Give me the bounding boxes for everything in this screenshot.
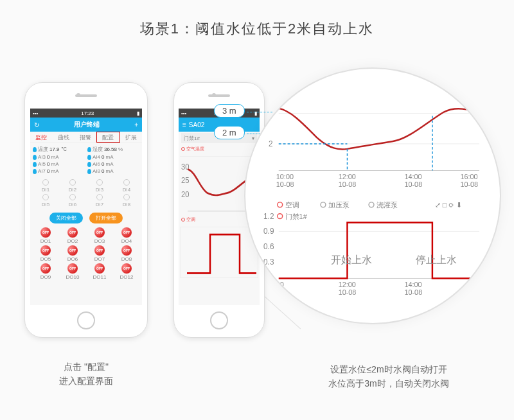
status-bar: ••• 17:23 ▮ — [30, 109, 142, 118]
sensor-name: AI3 — [38, 154, 46, 160]
zoom-callout: 3 2 10:0010-08 12:0010-08 14:0010-08 16:… — [244, 67, 501, 324]
svg-text:0.3: 0.3 — [263, 258, 274, 267]
droplet-icon — [87, 147, 91, 152]
threshold-tag-2m: 2 m — [214, 126, 245, 139]
svg-text:25: 25 — [181, 177, 189, 184]
appbar-title: 用户终端 — [74, 120, 100, 129]
home-button[interactable] — [77, 311, 95, 329]
droplet-icon — [87, 162, 91, 167]
app-bar: ↻ 用户终端 + — [30, 118, 142, 132]
home-button[interactable] — [210, 311, 228, 329]
tab-alarm[interactable]: 报警 — [75, 132, 96, 143]
sensor-unit: % — [118, 146, 123, 152]
zoom-charts: 3 2 10:0010-08 12:0010-08 14:0010-08 16:… — [260, 88, 486, 304]
do-switch[interactable]: OFFDO6 — [60, 245, 85, 262]
sensor-name: 温度 — [38, 146, 48, 153]
svg-text:⤢ □ ⟳ ⬇: ⤢ □ ⟳ ⬇ — [435, 201, 463, 209]
button-row: 关闭全部 打开全部 — [30, 210, 142, 226]
do-switch[interactable]: OFFDO4 — [114, 227, 139, 244]
svg-text:加压泵: 加压泵 — [328, 201, 350, 209]
svg-text:10-08: 10-08 — [404, 288, 422, 296]
caption-line: 进入配置界面 — [35, 374, 137, 388]
add-icon[interactable]: + — [134, 121, 138, 128]
phone-speaker — [208, 94, 230, 97]
sensor-unit: mA — [51, 168, 58, 174]
svg-text:3: 3 — [269, 109, 273, 118]
caption-left: 点击 "配置" 进入配置界面 — [35, 360, 137, 389]
do-switch[interactable]: OFFDO3 — [87, 227, 112, 244]
tab-monitor[interactable]: 监控 — [30, 132, 52, 143]
svg-text:16:00: 16:00 — [460, 173, 477, 180]
do-switch[interactable]: OFFDO1 — [33, 227, 58, 244]
sensor-name: AI4 — [93, 154, 100, 160]
tab-row: 监控 曲线 报警 配置 扩展 — [30, 132, 142, 143]
svg-text:12:00: 12:00 — [339, 173, 356, 180]
svg-text:10-08: 10-08 — [404, 180, 422, 188]
svg-text:10-08: 10-08 — [339, 288, 357, 296]
droplet-icon — [33, 162, 37, 167]
droplet-icon — [87, 155, 91, 160]
ring-icon — [181, 218, 185, 222]
sensor-name: 湿度 — [93, 146, 103, 153]
ring-icon — [181, 147, 185, 151]
sensor-unit: mA — [105, 154, 113, 160]
di-indicator: DI5 — [33, 194, 58, 207]
sensor-name: AI5 — [38, 161, 46, 167]
svg-text:14:00: 14:00 — [404, 281, 421, 288]
svg-text:0.9: 0.9 — [263, 227, 274, 236]
caption-right: 设置水位≤2m时水阀自动打开 水位高于3m时，自动关闭水阀 — [289, 362, 488, 391]
tab-curve[interactable]: 曲线 — [52, 132, 74, 143]
sensor-val: 17.9 — [49, 146, 60, 152]
caption-line: 设置水位≤2m时水阀自动打开 — [289, 362, 488, 376]
di-panel: DI1DI2DI3DI4DI5DI6DI7DI8 — [30, 177, 142, 210]
do-switch[interactable]: OFFDO2 — [60, 227, 85, 244]
sensor-unit: mA — [51, 161, 58, 167]
threshold-connector — [247, 112, 272, 112]
caption-line: 点击 "配置" — [35, 360, 137, 374]
page-title: 场景1：阈值水位低于2米自动上水 — [0, 0, 514, 51]
sensor-name: AI8 — [93, 168, 100, 174]
mini-control-chart — [180, 227, 258, 278]
svg-text:10-08: 10-08 — [339, 180, 357, 188]
tab-extend[interactable]: 扩展 — [120, 132, 142, 143]
do-switch[interactable]: OFFDO10 — [60, 263, 85, 280]
do-switch[interactable]: OFFDO11 — [87, 263, 112, 280]
svg-text:14:00: 14:00 — [404, 173, 421, 180]
svg-point-21 — [321, 202, 326, 207]
droplet-icon — [87, 169, 91, 174]
phone-speaker — [75, 94, 97, 97]
svg-point-20 — [278, 202, 283, 207]
di-indicator: DI6 — [60, 194, 85, 207]
svg-point-26 — [278, 214, 283, 219]
sensor-name: AI7 — [38, 168, 46, 174]
sensor-val: 0 — [102, 161, 104, 167]
do-switch[interactable]: OFFDO12 — [114, 263, 139, 280]
do-switch[interactable]: OFFDO8 — [114, 245, 139, 262]
sensor-val: 0 — [102, 168, 104, 174]
threshold-tag-3m: 3 m — [214, 104, 245, 118]
sensor-unit: mA — [105, 168, 113, 174]
do-switch[interactable]: OFFDO9 — [33, 263, 58, 280]
do-switch[interactable]: OFFDO7 — [87, 245, 112, 262]
do-switch[interactable]: OFFDO5 — [33, 245, 58, 262]
di-indicator: DI7 — [87, 194, 112, 207]
svg-text:10-08: 10-08 — [460, 180, 478, 188]
tab-config[interactable]: 配置 — [96, 132, 120, 143]
menu-icon[interactable]: ≡ — [182, 121, 186, 128]
di-indicator: DI1 — [33, 179, 58, 193]
svg-text:12:00: 12:00 — [339, 281, 356, 288]
svg-text:门禁1#: 门禁1# — [285, 213, 307, 220]
svg-text:20: 20 — [181, 191, 189, 198]
di-indicator: DI4 — [114, 179, 139, 193]
legend-ac: 空调 — [285, 201, 299, 209]
sensor-unit: mA — [105, 161, 113, 167]
refresh-icon[interactable]: ↻ — [34, 121, 39, 128]
sensor-val: 0 — [47, 168, 49, 174]
phone-left: ••• 17:23 ▮ ↻ 用户终端 + 监控 曲线 报警 配置 扩展 温度 1… — [24, 82, 148, 338]
close-all-button[interactable]: 关闭全部 — [49, 213, 83, 223]
sensor-name: AI6 — [93, 161, 100, 167]
sensor-val: 0 — [47, 154, 49, 160]
appbar-title: SA02 — [189, 121, 204, 128]
open-all-button[interactable]: 打开全部 — [89, 213, 123, 223]
status-time: 17:23 — [81, 110, 94, 116]
